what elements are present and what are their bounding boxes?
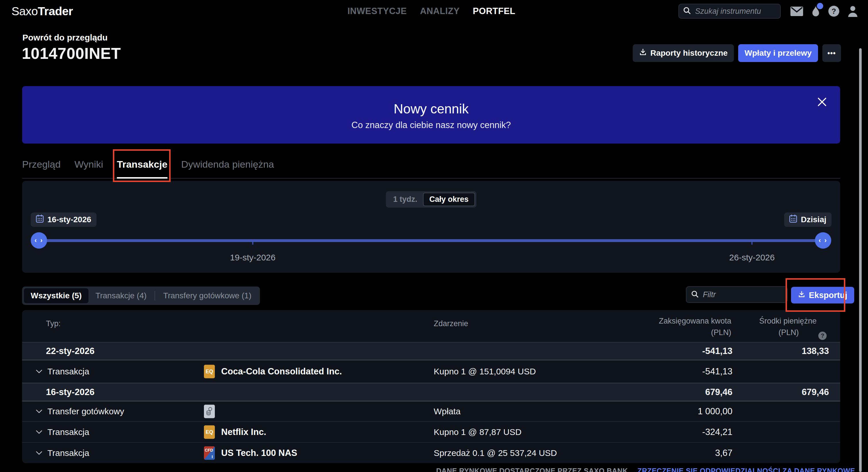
row-type: Transakcja [48,427,89,437]
vertical-scrollbar[interactable] [859,48,862,472]
help-icon[interactable]: ? [828,6,839,17]
row-booked-amount: -541,13 [702,366,733,377]
period-segmented-control: 1 tydz. Cały okres [386,191,476,208]
start-date-chip[interactable]: 16-sty-2026 [31,213,96,227]
handle-chevrons-icon: ‹ › [34,237,43,244]
period-option-all[interactable]: Cały okres [423,193,475,206]
search-icon [683,7,691,16]
period-option-week[interactable]: 1 tydz. [388,193,423,206]
nav-portfel[interactable]: PORTFEL [473,6,515,17]
row-type: Transakcja [48,367,89,376]
instrument-name: US Tech. 100 NAS [221,448,297,458]
nav-analizy[interactable]: ANALIZY [420,6,460,17]
nav-inwestycje[interactable]: INWESTYCJE [347,6,407,17]
market-data-footer: DANE RYNKOWE DOSTARCZONE PRZEZ SAXO BANK… [436,467,855,472]
equity-badge: EQ [204,365,215,378]
historical-reports-button[interactable]: Raporty historyczne [633,44,734,62]
mail-icon[interactable] [790,7,803,16]
download-icon [798,290,805,300]
slider-tick [252,242,253,245]
header-buttons: Raporty historyczne Wpłaty i przelewy ••… [633,44,841,62]
tab-przeglad[interactable]: Przegląd [22,159,61,178]
tab-transakcje[interactable]: Transakcje [117,159,167,178]
filter-all[interactable]: Wszystkie (5) [24,288,89,303]
booked-header-line1: Zaksięgowana kwota [659,315,731,327]
slider-handle-right[interactable]: ‹ › [815,232,831,249]
transactions-table: Typ: Zdarzenie Zaksięgowana kwota (PLN) … [22,310,840,463]
table-row[interactable]: Transakcja EQ Coca-Cola Consolidated Inc… [22,360,840,383]
profile-icon[interactable] [847,5,858,17]
account-id-title: 1014700INET [22,44,121,63]
row-event: Wpłata [434,407,460,416]
end-date-label: Dzisiaj [801,215,826,224]
slider-date-label-left: 19-sty-2026 [230,253,275,262]
filter-input[interactable] [702,290,782,300]
slider-date-label-right: 26-sty-2026 [729,253,775,262]
filter-cash-transfers[interactable]: Transfery gotówkowe (1) [156,288,258,303]
search-icon [691,290,699,299]
portfolio-tabs: Przegląd Wyniki Transakcje Dywidenda pie… [22,154,840,179]
chevron-down-icon[interactable] [36,409,42,414]
instrument-name: Netflix Inc. [221,427,266,437]
row-booked-amount: 1 000,00 [698,406,733,417]
slider-tick [751,242,752,245]
cash-transfer-badge [204,405,215,418]
topbar-icons: ? [790,0,858,22]
cfd-badge-bottom-label: I [212,454,213,459]
search-input[interactable] [694,7,776,16]
cash-header-line1: Środki pieniężne [759,315,816,327]
chevron-down-icon[interactable] [36,430,42,434]
table-group-row: 16-sty-2026 679,46 679,46 [22,383,840,401]
historical-reports-label: Raporty historyczne [650,49,727,58]
footer-disclaimer-link[interactable]: ZRZECZENIE SIĘ ODPOWIEDZIALNOŚCI ZA DANE… [638,467,855,472]
tab-dywidenda[interactable]: Dywidenda pieniężna [181,159,274,178]
deposits-transfers-button[interactable]: Wpłaty i przelewy [738,44,818,62]
close-icon[interactable] [817,97,827,107]
column-header-event: Zdarzenie [434,319,468,328]
slider-handle-left[interactable]: ‹ › [31,232,47,249]
more-actions-button[interactable]: ••• [822,44,841,62]
logo-part2: Trader [38,5,73,18]
back-to-overview-link[interactable]: Powrót do przeglądu [22,33,108,42]
end-date-chip[interactable]: Dzisiaj [784,213,832,227]
date-range-panel: 1 tydz. Cały okres 16-sty-2026 Dzisiaj ‹… [22,181,840,273]
table-row[interactable]: Transakcja CFD I US Tech. 100 NAS Sprzed… [22,443,840,463]
banner-subtitle[interactable]: Co znaczy dla ciebie nasz nowy cennik? [22,120,840,130]
table-filter-field[interactable] [686,286,787,303]
deposits-transfers-label: Wpłaty i przelewy [744,49,811,58]
chevron-down-icon[interactable] [36,451,42,455]
row-booked-amount: 3,67 [715,448,733,458]
column-header-booked: Zaksięgowana kwota (PLN) [659,315,731,338]
tab-wyniki[interactable]: Wyniki [74,159,103,178]
instrument-search[interactable] [678,4,781,19]
column-header-cash: Środki pieniężne (PLN) [759,315,816,338]
row-event: Sprzedaż 0.1 @ 25 537,24 USD [434,448,557,458]
new-pricing-banner: Nowy cennik Co znaczy dla ciebie nasz no… [22,86,840,144]
row-type: Transakcja [48,448,89,458]
booked-header-line2: (PLN) [659,327,731,338]
column-header-type: Typ: [46,319,61,328]
cfd-index-badge: CFD I [204,446,215,460]
column-help-icon[interactable]: ? [818,332,827,340]
calendar-icon [789,215,797,225]
export-button[interactable]: Eksportuj [791,287,854,304]
footer-text: DANE RYNKOWE DOSTARCZONE PRZEZ SAXO BANK [436,467,628,472]
export-label: Eksportuj [809,290,847,300]
table-row[interactable]: Transfer gotówkowy Wpłata 1 000,00 [22,401,840,422]
activity-streak-icon[interactable] [811,5,820,17]
table-row[interactable]: Transakcja EQ Netflix Inc. Kupno 1 @ 87,… [22,422,840,443]
main-nav: INWESTYCJE ANALIZY PORTFEL [347,0,516,22]
row-booked-amount: -324,21 [702,427,733,437]
group-booked-amount: -541,13 [702,346,733,356]
start-date-label: 16-sty-2026 [48,215,91,224]
calendar-icon [36,215,44,225]
handle-chevrons-icon: ‹ › [818,237,828,244]
equity-badge: EQ [204,425,215,439]
date-range-slider-track[interactable] [39,239,823,242]
cash-header-line2: (PLN) [759,327,816,338]
group-cash-amount: 679,46 [802,387,829,397]
saxotrader-app: SaxoTrader INWESTYCJE ANALIZY PORTFEL ? … [0,0,868,472]
chevron-down-icon[interactable] [36,369,42,374]
filter-transactions[interactable]: Transakcje (4) [89,288,153,303]
help-glyph: ? [820,333,824,339]
